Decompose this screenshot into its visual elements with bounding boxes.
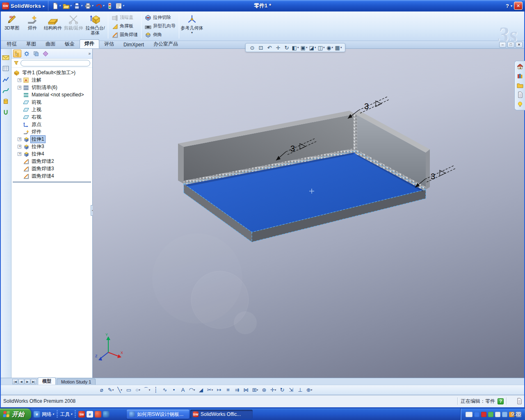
tab-scroll-left-icon[interactable]: ◀: [18, 379, 24, 384]
trim-extend-button[interactable]: 剪裁/延伸: [63, 12, 84, 40]
reference-geometry-button[interactable]: 参考几何体▾: [180, 12, 203, 40]
tray-icon-im[interactable]: [474, 412, 479, 417]
extruded-boss-base-button[interactable]: 拉伸凸台/基体: [84, 12, 107, 40]
tab-scroll-last-icon[interactable]: ▶|: [31, 379, 37, 384]
expand-icon[interactable]: [18, 137, 21, 141]
tree-item-annotations[interactable]: 注解: [11, 76, 92, 84]
3d-sketch-button[interactable]: 3D草图: [2, 12, 22, 40]
tree-filter-input[interactable]: [21, 60, 90, 66]
expand-icon[interactable]: [18, 86, 21, 89]
doc-restore-button[interactable]: □: [507, 42, 514, 48]
menu-flyout-arrow-icon[interactable]: ▸: [43, 4, 45, 8]
panel-chevron-icon[interactable]: »: [88, 51, 91, 56]
tab-office-products[interactable]: 办公室产品: [149, 40, 183, 48]
tools-menu[interactable]: 工具▾: [60, 411, 73, 418]
move-entities-icon[interactable]: ✛: [269, 386, 277, 394]
expand-icon[interactable]: [18, 145, 21, 148]
tray-icon-updater[interactable]: [488, 412, 493, 417]
expand-icon[interactable]: [18, 78, 21, 82]
tray-icon-volume[interactable]: [495, 412, 500, 417]
tree-item-extrude4[interactable]: 拉伸4: [11, 150, 92, 158]
save-button[interactable]: ▾: [73, 1, 83, 10]
tab-sketch[interactable]: 草图: [22, 40, 41, 48]
extruded-cut-button[interactable]: 拉伸切除: [143, 14, 178, 22]
sketch-fillet-icon[interactable]: ◠: [188, 386, 196, 394]
start-button[interactable]: 开始: [0, 409, 31, 420]
convert-entities-icon[interactable]: ⇉: [233, 386, 241, 394]
undo-button[interactable]: ▾: [94, 1, 105, 10]
input-method-icon[interactable]: [466, 412, 472, 417]
weldment-button[interactable]: 焊件: [22, 12, 43, 40]
expand-icon[interactable]: [18, 152, 21, 156]
browser-icon[interactable]: [103, 411, 110, 418]
spline-tool-icon[interactable]: [2, 87, 9, 94]
tree-item-fillet-bead2[interactable]: 圆角焊缝2: [11, 158, 92, 165]
taskbar-button-browser[interactable]: 如何用SW设计钢板...: [127, 410, 189, 419]
section-view-icon[interactable]: ◧: [291, 44, 299, 51]
centerline-icon[interactable]: ┆: [152, 386, 160, 394]
feature-tool-icon[interactable]: [2, 98, 9, 105]
help-dropdown-icon[interactable]: ▾: [511, 4, 512, 8]
offset-entities-icon[interactable]: ≡: [224, 386, 232, 394]
tree-item-extrude3[interactable]: 拉伸3: [11, 143, 92, 150]
view-orientation-icon[interactable]: ▣: [300, 44, 308, 51]
help-button[interactable]: ?: [506, 3, 509, 9]
zoom-area-icon[interactable]: ⊡: [257, 44, 265, 51]
tab-weldments[interactable]: 焊件: [80, 39, 99, 48]
tree-item-fillet-bead3[interactable]: 圆角焊缝3: [11, 165, 92, 172]
sketch-chamfer-icon[interactable]: ◢: [197, 386, 205, 394]
scale-entities-icon[interactable]: ⇲: [287, 386, 295, 394]
tab-scroll-first-icon[interactable]: |◀: [12, 379, 18, 384]
hide-show-items-icon[interactable]: ◫: [317, 44, 325, 51]
dimxpertmanager-tab[interactable]: [41, 50, 50, 57]
pm-resources-icon[interactable]: [517, 101, 523, 107]
tree-item-weldment[interactable]: 焊件: [11, 128, 92, 135]
solidworks-quicklaunch-icon[interactable]: SW: [78, 411, 85, 418]
extend-entities-icon[interactable]: ↦: [215, 386, 223, 394]
tab-sheetmetal[interactable]: 钣金: [60, 40, 79, 48]
rotate-view-icon[interactable]: ↻: [283, 44, 291, 51]
print-button[interactable]: ▾: [84, 1, 94, 10]
graphics-viewport[interactable]: 3 3 3: [93, 49, 525, 378]
motion-study-tab[interactable]: Motion Study 1: [57, 379, 96, 385]
taskbar-button-solidworks[interactable]: SW SolidWorks Offic...: [190, 410, 253, 419]
design-table-icon[interactable]: [2, 65, 9, 72]
previous-view-icon[interactable]: ↶: [265, 44, 274, 51]
end-cap-button[interactable]: 顶端盖: [110, 14, 140, 22]
resources-home-icon[interactable]: [517, 63, 523, 70]
sketch-icon[interactable]: ✎: [107, 386, 115, 394]
spline-icon[interactable]: ∿: [161, 386, 169, 394]
document-recovery-icon[interactable]: [517, 91, 523, 98]
rectangle-icon[interactable]: ▭: [125, 386, 133, 394]
tree-item-origin[interactable]: 原点: [11, 121, 92, 128]
quick-tips-help-icon[interactable]: ?: [498, 398, 504, 404]
tree-item-extrude1[interactable]: 拉伸1: [11, 135, 92, 143]
close-window-button[interactable]: ✕: [514, 2, 523, 10]
open-file-button[interactable]: ▾: [62, 1, 73, 10]
display-style-icon[interactable]: ◪: [308, 44, 317, 51]
model-tab[interactable]: 模型: [38, 377, 56, 385]
edit-appearance-icon[interactable]: ◉: [326, 44, 334, 51]
display-relations-icon[interactable]: ⊥: [296, 386, 304, 394]
internet-explorer-icon[interactable]: e: [34, 411, 40, 418]
linear-pattern-icon[interactable]: ⊞: [251, 386, 259, 394]
mail-icon[interactable]: [2, 54, 9, 61]
rebuild-button[interactable]: [105, 1, 114, 10]
rotate-entities-icon[interactable]: ↻: [278, 386, 286, 394]
structural-member-button[interactable]: 结构构件: [43, 12, 63, 40]
file-explorer-icon[interactable]: [517, 82, 523, 89]
zoom-fit-icon[interactable]: ⊙: [248, 44, 256, 51]
featuremanager-tab[interactable]: [13, 50, 21, 57]
tree-item-cutlist[interactable]: 切割清单(6): [11, 84, 92, 91]
network-menu[interactable]: 网络▾: [42, 411, 54, 418]
configurationmanager-tab[interactable]: [32, 50, 40, 57]
tab-features[interactable]: 特征: [2, 40, 21, 48]
fillet-bead-button[interactable]: 圆角焊缝: [110, 31, 140, 39]
text-icon[interactable]: A: [179, 386, 187, 394]
smart-dimension-icon[interactable]: ⌀: [98, 386, 106, 394]
line-icon[interactable]: ╲: [116, 386, 124, 394]
tree-item-fillet-bead4[interactable]: 圆角焊缝4: [11, 172, 92, 180]
apply-scene-icon[interactable]: ▦: [334, 44, 342, 51]
tree-item-material[interactable]: Material <not specified>: [11, 91, 92, 98]
tree-item-front-plane[interactable]: 前视: [11, 98, 92, 106]
